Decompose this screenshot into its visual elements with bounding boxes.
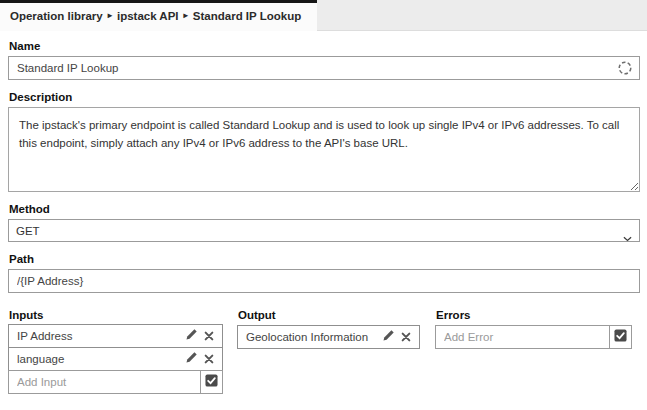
method-select[interactable]: GET — [8, 219, 640, 242]
inputs-column: Inputs IP Address — [8, 309, 223, 394]
breadcrumb-bar: Operation library ▸ ipstack API ▸ Standa… — [0, 0, 647, 31]
breadcrumb-separator-icon: ▸ — [108, 10, 112, 20]
breadcrumb: Operation library ▸ ipstack API ▸ Standa… — [0, 0, 317, 31]
x-icon — [204, 329, 214, 344]
input-item-label: IP Address — [17, 330, 182, 342]
errors-column: Errors — [435, 309, 632, 394]
breadcrumb-item-current-operation: Standard IP Lookup — [193, 10, 301, 22]
pencil-icon — [185, 351, 198, 367]
x-icon — [204, 352, 214, 367]
breadcrumb-item-ipstack-api[interactable]: ipstack API — [117, 10, 179, 22]
breadcrumb-separator-icon: ▸ — [184, 10, 188, 20]
output-item-label: Geolocation Information — [246, 331, 379, 343]
edit-input-button[interactable] — [182, 351, 201, 367]
remove-input-button[interactable] — [201, 329, 217, 344]
edit-output-button[interactable] — [379, 329, 398, 345]
inputs-label: Inputs — [9, 309, 223, 321]
pencil-icon — [382, 329, 395, 345]
output-column: Output Geolocation Information — [237, 309, 420, 394]
confirm-add-error-button[interactable] — [609, 325, 632, 349]
remove-output-button[interactable] — [398, 330, 414, 345]
method-label: Method — [9, 203, 640, 215]
description-textarea[interactable]: The ipstack's primary endpoint is called… — [8, 107, 640, 192]
add-error-field[interactable] — [435, 325, 610, 349]
output-item-row: Geolocation Information — [237, 325, 420, 349]
input-item-row: language — [8, 347, 223, 371]
add-input-field[interactable] — [8, 370, 201, 394]
add-input-row — [8, 370, 223, 394]
add-error-row — [435, 325, 632, 349]
description-label: Description — [9, 91, 640, 103]
breadcrumb-item-operation-library[interactable]: Operation library — [10, 10, 103, 22]
remove-input-button[interactable] — [201, 352, 217, 367]
output-label: Output — [238, 309, 420, 321]
x-icon — [401, 330, 411, 345]
input-item-label: language — [17, 353, 182, 365]
operation-form: Name Description The ipstack's primary e… — [0, 40, 647, 394]
errors-label: Errors — [436, 309, 632, 321]
pencil-icon — [185, 328, 198, 344]
confirm-add-input-button[interactable] — [200, 370, 223, 394]
path-input[interactable] — [8, 269, 640, 293]
checkbox-icon — [614, 329, 627, 345]
checkbox-icon — [205, 374, 218, 390]
input-item-row: IP Address — [8, 324, 223, 348]
name-label: Name — [9, 40, 640, 52]
io-section: Inputs IP Address — [8, 309, 640, 394]
name-input[interactable] — [8, 56, 640, 80]
edit-input-button[interactable] — [182, 328, 201, 344]
path-label: Path — [9, 253, 640, 265]
